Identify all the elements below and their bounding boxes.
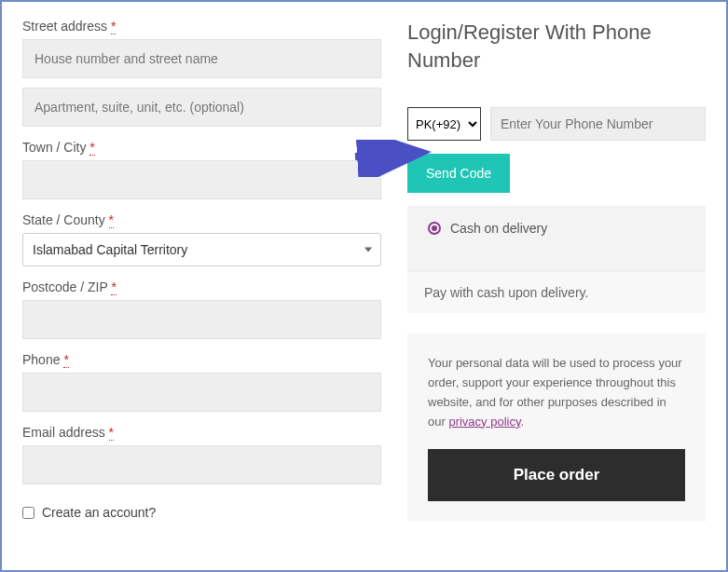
street-field: Street address * [22,19,381,78]
checkout-page: Street address * Town / City * State / C… [0,0,728,572]
postcode-field: Postcode / ZIP * [22,279,381,339]
postcode-input[interactable] [22,300,381,339]
town-label: Town / City * [22,140,381,155]
create-account-checkbox[interactable]: Create an account? [22,505,381,520]
apt-input[interactable] [22,88,381,127]
street-label: Street address * [22,19,381,34]
place-order-button[interactable]: Place order [428,449,685,501]
privacy-link[interactable]: privacy policy [448,415,520,429]
payment-box: Cash on delivery Pay with cash upon deli… [407,206,706,313]
required-mark: * [111,19,116,34]
send-code-button[interactable]: Send Code [407,154,510,193]
login-panel: Login/Register With Phone Number PK(+92)… [407,19,706,553]
phone-row: PK(+92) [407,107,706,141]
privacy-note: Your personal data will be used to proce… [407,334,706,521]
state-select[interactable]: Islamabad Capital Territory [22,233,381,266]
apt-field [22,88,381,127]
payment-method[interactable]: Cash on delivery [407,206,706,271]
login-heading: Login/Register With Phone Number [407,19,706,74]
postcode-label: Postcode / ZIP * [22,279,381,294]
phone-label: Phone * [22,352,381,367]
phone-input[interactable] [22,373,381,412]
required-mark: * [111,279,116,295]
street-input[interactable] [22,39,381,78]
country-code-select[interactable]: PK(+92) [407,107,481,141]
cod-option: Cash on delivery [428,221,685,236]
required-mark: * [63,352,68,368]
state-label: State / County * [22,212,381,227]
create-account-label: Create an account? [42,505,156,520]
radio-checked-icon [428,222,441,235]
state-select-wrap: Islamabad Capital Territory [22,233,381,266]
login-phone-input[interactable] [490,107,706,141]
required-mark: * [109,425,114,441]
town-field: Town / City * [22,140,381,199]
email-label: Email address * [22,425,381,440]
town-input[interactable] [22,160,381,199]
email-input[interactable] [22,445,381,484]
cod-label: Cash on delivery [450,221,547,236]
required-mark: * [89,140,94,156]
email-field: Email address * [22,425,381,484]
cod-info: Pay with cash upon delivery. [407,271,706,313]
billing-form: Street address * Town / City * State / C… [22,19,381,553]
create-account-box[interactable] [22,507,34,519]
state-field: State / County * Islamabad Capital Terri… [22,212,381,266]
phone-field: Phone * [22,352,381,412]
required-mark: * [109,212,114,228]
